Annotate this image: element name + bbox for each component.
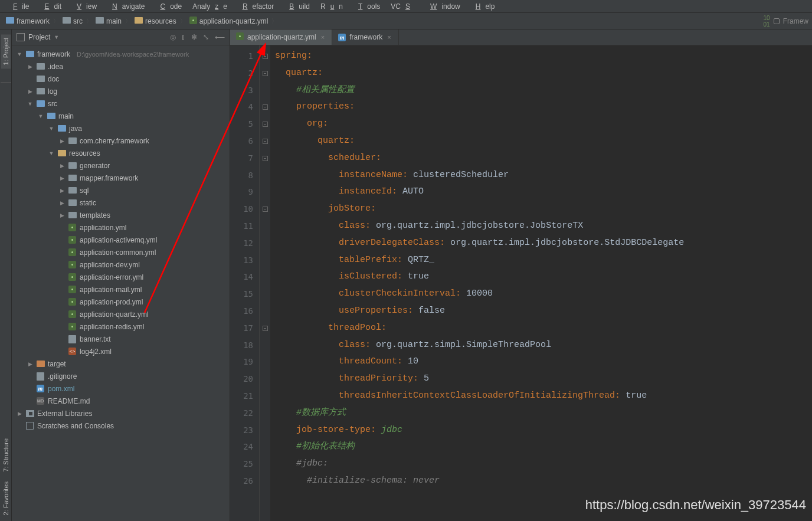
fold-marker[interactable] (260, 456, 270, 473)
menu-code[interactable]: Code (150, 1, 186, 12)
breadcrumb-item[interactable]: src (60, 16, 85, 27)
close-icon[interactable]: × (386, 34, 392, 41)
fold-marker[interactable] (260, 82, 270, 99)
tree-item[interactable]: ▶sql (12, 184, 230, 196)
tree-item[interactable]: ▶log (12, 85, 230, 97)
breadcrumb-item[interactable]: framework (4, 16, 52, 27)
tree-item[interactable]: application-dev.yml (12, 258, 230, 271)
code-line[interactable]: instanceId: AUTO (275, 184, 812, 201)
tree-item[interactable]: application-error.yml (12, 271, 230, 283)
tree-item[interactable]: ▼frameworkD:\gyoomi\idea-workspace2\fram… (12, 48, 230, 60)
dropdown-icon[interactable]: ▼ (54, 34, 59, 40)
fold-marker[interactable] (260, 422, 270, 439)
menu-file[interactable]: File (4, 1, 34, 12)
code-line[interactable]: jobStore: (275, 201, 812, 218)
code-line[interactable]: driverDelegateClass: org.quartz.impl.jdb… (275, 235, 812, 252)
code-line[interactable]: #相关属性配置 (275, 82, 812, 99)
tree-twistie-icon[interactable]: ▼ (17, 51, 22, 57)
menu-refactor[interactable]: Refactor (233, 1, 279, 12)
tree-item[interactable]: ▶templates (12, 209, 230, 221)
fold-marker[interactable] (260, 371, 270, 388)
fold-marker[interactable] (260, 388, 270, 405)
fold-marker[interactable]: − (260, 320, 270, 337)
tree-item[interactable]: mpom.xml (12, 382, 230, 395)
tool-tab-project[interactable]: 1: Project (1, 34, 11, 68)
tree-twistie-icon[interactable]: ▶ (27, 89, 33, 94)
code-line[interactable]: clusterCheckinInterval: 10000 (275, 286, 812, 303)
tree-item[interactable]: Scratches and Consoles (12, 420, 230, 432)
code-line[interactable]: threadPriority: 5 (275, 371, 812, 388)
tree-twistie-icon[interactable]: ▶ (59, 175, 65, 181)
code-line[interactable]: threadPool: (275, 320, 812, 337)
editor-tab[interactable]: application-quartz.yml× (230, 30, 332, 45)
tool-tab-structure[interactable]: 7: Structure (1, 435, 11, 476)
fold-marker[interactable] (260, 268, 270, 286)
code-line[interactable]: org: (275, 116, 812, 133)
code-line[interactable]: class: org.quartz.simpl.SimpleThreadPool (275, 337, 812, 354)
tree-item[interactable]: ▶target (12, 358, 230, 370)
code-line[interactable]: properties: (275, 99, 812, 116)
menu-build[interactable]: Build (280, 1, 315, 12)
tree-twistie-icon[interactable]: ▼ (48, 150, 54, 156)
tree-item[interactable]: application-common.yml (12, 246, 230, 258)
tree-item[interactable]: application-quartz.yml (12, 308, 230, 320)
tool-tab-favorites[interactable]: 2: Favorites (1, 478, 11, 519)
tree-item[interactable]: application-activemq.yml (12, 234, 230, 246)
editor-tab[interactable]: mframework× (332, 30, 398, 45)
menu-tools[interactable]: Tools (349, 1, 385, 12)
tree-twistie-icon[interactable]: ▶ (27, 361, 33, 367)
fold-marker[interactable]: − (260, 201, 270, 218)
tree-twistie-icon[interactable]: ▶ (59, 212, 65, 218)
tree-twistie-icon[interactable]: ▶ (59, 200, 65, 206)
split-icon[interactable]: ⫿ (182, 33, 185, 41)
fold-marker[interactable]: − (260, 133, 270, 150)
fold-marker[interactable] (260, 286, 270, 303)
code-line[interactable]: scheduler: (275, 150, 812, 167)
hide-icon[interactable]: ⟵ (215, 33, 225, 41)
breadcrumb-item[interactable]: application-quartz.yml (187, 15, 271, 27)
tree-twistie-icon[interactable]: ▼ (48, 126, 54, 132)
sidebar-view-icon[interactable] (17, 33, 25, 41)
tree-item[interactable]: ▶generator (12, 159, 230, 172)
fold-marker[interactable]: − (260, 65, 270, 82)
menu-view[interactable]: View (67, 1, 102, 12)
menu-navigate[interactable]: Navigate (103, 1, 149, 12)
menu-run[interactable]: Run (316, 1, 348, 12)
tree-item[interactable]: .gitignore (12, 370, 230, 382)
binary-icon[interactable]: 1001 (764, 15, 770, 28)
code-line[interactable]: #数据库方式 (275, 405, 812, 422)
tree-item[interactable]: ▶External Libraries (12, 407, 230, 420)
code-line[interactable]: quartz: (275, 133, 812, 150)
fold-marker[interactable] (260, 473, 270, 490)
tree-item[interactable]: <>log4j2.xml (12, 345, 230, 358)
tree-twistie-icon[interactable]: ▶ (59, 163, 65, 169)
tree-item[interactable]: doc (12, 73, 230, 85)
collapse-icon[interactable]: ⤡ (203, 33, 209, 41)
fold-marker[interactable] (260, 405, 270, 422)
tree-twistie-icon[interactable]: ▶ (59, 138, 65, 144)
fold-marker[interactable] (260, 353, 270, 371)
fold-marker[interactable] (260, 337, 270, 354)
tree-item[interactable]: MDREADME.md (12, 395, 230, 407)
menu-window[interactable]: Window (421, 1, 465, 12)
code-line[interactable]: instanceName: clusteredScheduler (275, 167, 812, 184)
locate-icon[interactable]: ◎ (170, 33, 176, 41)
tree-item[interactable]: ▶static (12, 196, 230, 209)
fold-marker[interactable] (260, 438, 270, 456)
tree-item[interactable]: application-prod.yml (12, 296, 230, 308)
tree-item[interactable]: ▼src (12, 97, 230, 110)
menu-analyze[interactable]: Analyze (188, 1, 232, 12)
code-editor[interactable]: spring: quartz: #相关属性配置 properties: org:… (270, 45, 812, 521)
fold-marker[interactable]: − (260, 99, 270, 116)
tree-item[interactable]: ▼main (12, 110, 230, 122)
tree-twistie-icon[interactable]: ▼ (27, 101, 33, 107)
tree-item[interactable]: application-mail.yml (12, 283, 230, 296)
code-line[interactable]: #initialize-schema: never (275, 473, 812, 490)
tree-item[interactable]: ▶.idea (12, 60, 230, 73)
tree-item[interactable]: ▶mapper.framework (12, 172, 230, 184)
fold-marker[interactable] (260, 218, 270, 235)
settings-icon[interactable]: ✻ (191, 33, 197, 41)
code-line[interactable]: threadsInheritContextClassLoaderOfInitia… (275, 388, 812, 405)
code-line[interactable]: tablePrefix: QRTZ_ (275, 252, 812, 269)
fold-marker[interactable] (260, 303, 270, 320)
